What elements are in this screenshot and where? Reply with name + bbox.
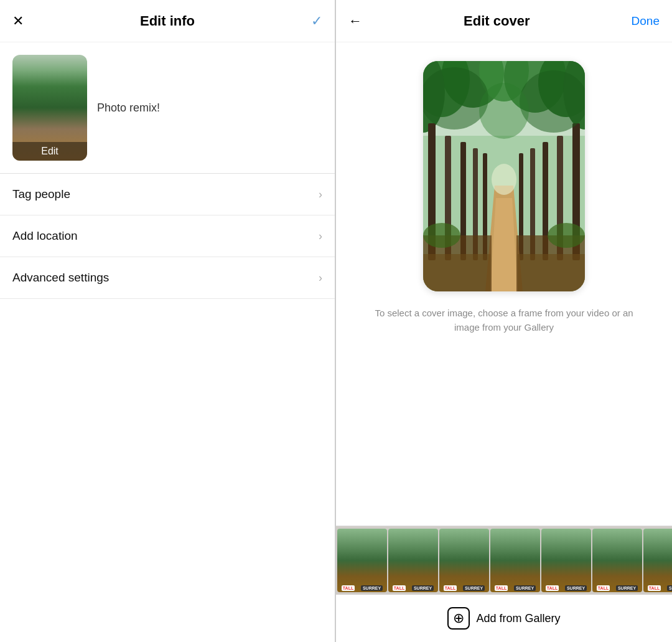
add-location-label: Add location xyxy=(12,229,78,243)
done-button[interactable]: Done xyxy=(632,14,660,28)
filmstrip-frame[interactable]: TALLSURREY xyxy=(439,529,489,592)
svg-point-30 xyxy=(479,83,529,139)
filmstrip-frame[interactable]: TALLSURREY xyxy=(541,529,591,592)
advanced-settings-item[interactable]: Advanced settings › xyxy=(0,257,335,299)
add-gallery-label: Add from Gallery xyxy=(476,612,560,625)
add-from-gallery-button[interactable]: ⊕ Add from Gallery xyxy=(336,595,672,642)
filmstrip-frame[interactable]: TALLSURREY xyxy=(490,529,540,592)
svg-point-29 xyxy=(520,70,585,133)
right-header: ← Edit cover Done xyxy=(336,0,672,42)
svg-point-27 xyxy=(492,164,516,195)
check-icon[interactable]: ✓ xyxy=(311,13,322,29)
tag-people-item[interactable]: Tag people › xyxy=(0,174,335,215)
chevron-right-icon: › xyxy=(319,230,322,243)
edit-overlay[interactable]: Edit xyxy=(12,142,87,161)
filmstrip[interactable]: TALLSURREY TALLSURREY TALLSURREY TALLSUR… xyxy=(336,526,672,595)
album-title: Photo remix! xyxy=(97,101,160,115)
filmstrip-frame[interactable]: TALLSURREY xyxy=(337,529,387,592)
add-gallery-icon: ⊕ xyxy=(447,607,470,630)
svg-rect-23 xyxy=(423,254,490,291)
filmstrip-frame[interactable]: TALLSURREY xyxy=(643,529,672,592)
cover-preview-area: To select a cover image, choose a frame … xyxy=(336,42,672,526)
cover-image[interactable] xyxy=(423,61,585,291)
bottom-section: TALLSURREY TALLSURREY TALLSURREY TALLSUR… xyxy=(336,526,672,642)
cover-hint-text: To select a cover image, choose a frame … xyxy=(336,306,672,334)
cover-tree-image xyxy=(423,61,585,291)
chevron-right-icon: › xyxy=(319,188,322,201)
album-thumbnail[interactable]: Edit xyxy=(12,55,87,161)
filmstrip-frame[interactable]: TALLSURREY xyxy=(388,529,438,592)
left-header: ✕ Edit info ✓ xyxy=(0,0,335,42)
add-location-item[interactable]: Add location › xyxy=(0,215,335,257)
chevron-right-icon: › xyxy=(319,271,322,285)
filmstrip-frame[interactable]: TALLSURREY xyxy=(592,529,642,592)
svg-rect-24 xyxy=(518,254,585,291)
right-panel: ← Edit cover Done xyxy=(336,0,672,642)
close-icon[interactable]: ✕ xyxy=(12,13,24,29)
advanced-settings-label: Advanced settings xyxy=(12,271,109,285)
svg-point-26 xyxy=(548,223,585,248)
svg-point-28 xyxy=(423,67,488,130)
edit-cover-title: Edit cover xyxy=(464,13,530,29)
edit-info-title: Edit info xyxy=(140,13,195,29)
tag-people-label: Tag people xyxy=(12,187,70,201)
album-section: Edit Photo remix! xyxy=(0,42,335,173)
left-panel: ✕ Edit info ✓ Edit Photo remix! Tag peop… xyxy=(0,0,336,642)
svg-point-25 xyxy=(423,223,460,248)
back-icon[interactable]: ← xyxy=(348,13,362,29)
